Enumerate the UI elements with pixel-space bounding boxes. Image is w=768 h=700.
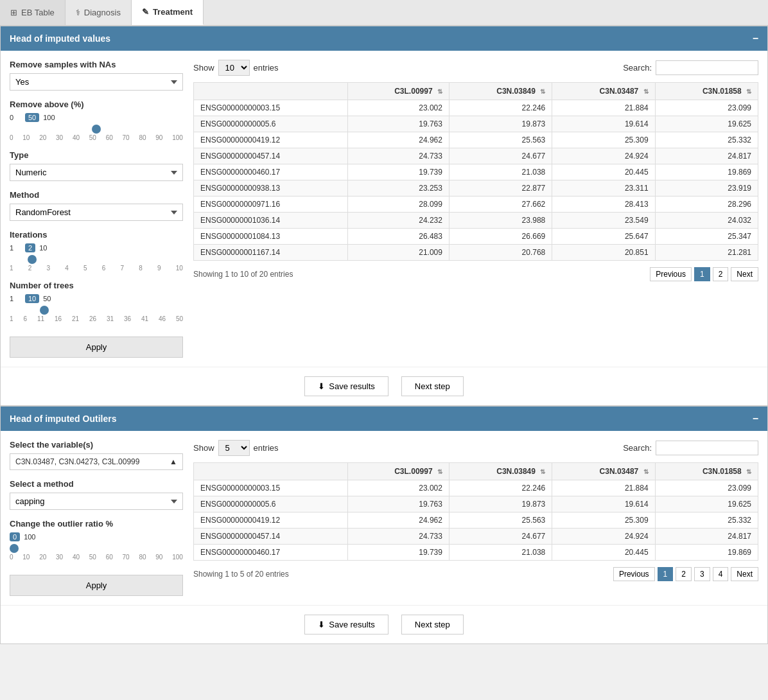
section2-toggle[interactable]: − <box>753 413 758 424</box>
section2-next-button[interactable]: Next <box>731 567 758 581</box>
cell-c1: 24.962 <box>347 512 449 529</box>
section1-save-button[interactable]: ⬇ Save results <box>304 376 388 396</box>
cell-c4: 21.281 <box>655 245 758 261</box>
section2-table-controls: Show 5 10 25 entries Search: <box>193 440 758 456</box>
outlier-ratio-ticks: 0102030405060708090100 <box>10 554 183 561</box>
cell-c4: 24.817 <box>655 148 758 164</box>
tab-diagnosis[interactable]: ⚕ Diagnosis <box>65 0 132 25</box>
cell-c2: 21.038 <box>449 545 552 561</box>
cell-c1: 23.253 <box>347 180 449 197</box>
section1-show-label: Show <box>193 63 214 73</box>
tab-bar: ⊞ EB Table ⚕ Diagnosis ✎ Treatment <box>0 0 768 26</box>
select-method-select[interactable]: capping winsorize remove <box>10 493 183 510</box>
outlier-ratio-group: Change the outlier ratio % 0 100 0102030… <box>10 519 183 561</box>
cell-c1: 19.763 <box>347 496 449 512</box>
section1-search-input[interactable] <box>656 60 758 75</box>
cell-c3: 21.884 <box>552 100 655 116</box>
section2-controls: Select the variable(s) C3N.03487, C3N.04… <box>10 440 183 596</box>
section1-header: Head of imputed values − <box>1 26 767 51</box>
tab-table-label: EB Table <box>21 8 55 17</box>
section1-entries-select[interactable]: 10 25 50 <box>218 60 250 76</box>
section1-apply-button[interactable]: Apply <box>10 337 183 358</box>
trees-range-row: 1 10 50 <box>10 294 183 303</box>
cell-c3: 20.445 <box>552 545 655 561</box>
section1-col-c1[interactable]: C3L.00997 ⇅ <box>347 83 449 100</box>
select-vars-multiselect[interactable]: C3N.03487, C3N.04273, C3L.00999 ▲ <box>10 453 183 470</box>
outlier-ratio-slider[interactable] <box>10 547 183 550</box>
section1-col-c4[interactable]: C3N.01858 ⇅ <box>655 83 758 100</box>
trees-slider[interactable] <box>10 308 183 312</box>
table-row: ENSG00000000460.17 19.739 21.038 20.445 … <box>194 164 758 180</box>
table-row: ENSG00000000460.17 19.739 21.038 20.445 … <box>194 545 758 561</box>
section2-prev-button[interactable]: Previous <box>613 567 655 581</box>
section1-col-c2[interactable]: C3N.03849 ⇅ <box>449 83 552 100</box>
type-select[interactable]: Numeric Factor <box>10 164 183 181</box>
table-row: ENSG00000000457.14 24.733 24.677 24.924 … <box>194 148 758 164</box>
remove-above-slider[interactable] <box>10 127 183 131</box>
section2-next-step-button[interactable]: Next step <box>401 615 464 634</box>
tab-treatment[interactable]: ✎ Treatment <box>132 0 204 25</box>
section2-page-buttons: Previous 1 2 3 4 Next <box>613 567 758 581</box>
section1-prev-button[interactable]: Previous <box>650 267 692 281</box>
cell-gene: ENSG00000000419.12 <box>194 512 348 529</box>
section2-col-c4[interactable]: C3N.01858 ⇅ <box>655 463 758 480</box>
section2-page-1[interactable]: 1 <box>658 567 674 581</box>
section2-search-input[interactable] <box>656 441 758 455</box>
section2-bottom-actions: ⬇ Save results Next step <box>1 605 767 643</box>
section2-page-4[interactable]: 4 <box>713 567 729 581</box>
select-method-label: Select a method <box>10 479 183 489</box>
section1-page-buttons: Previous 1 2 Next <box>650 267 758 281</box>
cell-c1: 24.232 <box>347 213 449 229</box>
section1-toggle[interactable]: − <box>753 33 758 44</box>
cell-c3: 20.851 <box>552 245 655 261</box>
iterations-slider[interactable] <box>10 258 183 261</box>
cell-c3: 28.413 <box>552 197 655 213</box>
section1-page-1[interactable]: 1 <box>694 267 710 281</box>
section2-page-2[interactable]: 2 <box>676 567 692 581</box>
cell-c3: 19.614 <box>552 496 655 512</box>
cell-c1: 19.763 <box>347 116 449 132</box>
cell-c3: 21.884 <box>552 480 655 496</box>
iterations-group: Iterations 1 2 10 12345678910 <box>10 230 183 272</box>
table-row: ENSG00000000003.15 23.002 22.246 21.884 … <box>194 100 758 116</box>
section1-next-step-button[interactable]: Next step <box>401 376 464 396</box>
cell-c1: 24.962 <box>347 132 449 148</box>
remove-above-current: 50 <box>25 113 39 122</box>
select-method-group: Select a method capping winsorize remove <box>10 479 183 510</box>
section1-next-button[interactable]: Next <box>731 267 758 281</box>
section1-search-box: Search: <box>623 60 758 75</box>
section1-col-gene[interactable] <box>194 83 348 100</box>
section2-col-c1[interactable]: C3L.00997 ⇅ <box>347 463 449 480</box>
section2-search-box: Search: <box>623 441 758 455</box>
cell-c4: 19.869 <box>655 164 758 180</box>
section2-entries-select[interactable]: 5 10 25 <box>218 440 250 456</box>
section1-table-header-row: C3L.00997 ⇅ C3N.03849 ⇅ C3N.03487 ⇅ C3N.… <box>194 83 758 100</box>
section2-apply-button[interactable]: Apply <box>10 575 183 596</box>
tab-table[interactable]: ⊞ EB Table <box>0 0 65 25</box>
section2-save-button[interactable]: ⬇ Save results <box>304 615 388 634</box>
remove-nas-select[interactable]: Yes No <box>10 73 183 91</box>
cell-c2: 21.038 <box>449 164 552 180</box>
section2-col-gene[interactable] <box>194 463 348 480</box>
cell-c1: 19.739 <box>347 164 449 180</box>
section2-col-c2[interactable]: C3N.03849 ⇅ <box>449 463 552 480</box>
section1-save-label: Save results <box>329 381 375 391</box>
cell-c1: 24.733 <box>347 529 449 545</box>
cell-gene: ENSG00000001084.13 <box>194 229 348 245</box>
iterations-range-row: 1 2 10 <box>10 243 183 252</box>
cell-c2: 22.246 <box>449 480 552 496</box>
cell-c2: 22.246 <box>449 100 552 116</box>
section1-table: C3L.00997 ⇅ C3N.03849 ⇅ C3N.03487 ⇅ C3N.… <box>193 82 758 261</box>
iterations-ticks: 12345678910 <box>10 265 183 272</box>
section2-table-header-row: C3L.00997 ⇅ C3N.03849 ⇅ C3N.03487 ⇅ C3N.… <box>194 463 758 480</box>
section2-col-c3[interactable]: C3N.03487 ⇅ <box>552 463 655 480</box>
cell-c2: 19.873 <box>449 496 552 512</box>
table-row: ENSG00000000003.15 23.002 22.246 21.884 … <box>194 480 758 496</box>
cell-c2: 24.677 <box>449 148 552 164</box>
section1-page-2[interactable]: 2 <box>713 267 729 281</box>
cell-c2: 24.677 <box>449 529 552 545</box>
method-select[interactable]: RandomForest Mean Median <box>10 204 183 221</box>
section1-col-c3[interactable]: C3N.03487 ⇅ <box>552 83 655 100</box>
treatment-icon: ✎ <box>142 7 149 17</box>
section2-page-3[interactable]: 3 <box>694 567 710 581</box>
